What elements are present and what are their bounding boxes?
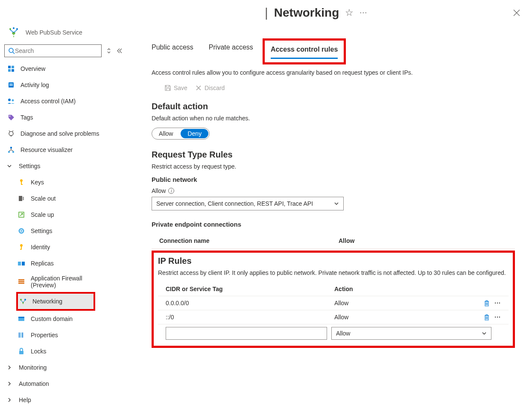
- title-separator: |: [265, 6, 268, 20]
- svg-point-15: [9, 116, 11, 117]
- action-select[interactable]: Allow: [331, 327, 491, 340]
- cidr-value: 0.0.0.0/0: [166, 300, 334, 306]
- sidebar-item-overview[interactable]: Overview: [4, 61, 134, 77]
- resource-visualizer-icon: [7, 146, 15, 153]
- sidebar-item-resource-visualizer[interactable]: Resource visualizer: [4, 142, 134, 158]
- sidebar-item-replicas[interactable]: Replicas: [4, 255, 134, 271]
- tab-access-control-rules[interactable]: Access control rules: [271, 46, 338, 59]
- sidebar-item-locks[interactable]: Locks: [4, 343, 134, 359]
- scale-up-icon: [17, 211, 26, 218]
- col-action: Action: [334, 286, 501, 292]
- keys-icon: [17, 179, 26, 186]
- discard-icon: [195, 85, 202, 91]
- svg-rect-34: [18, 281, 24, 282]
- cidr-input[interactable]: [166, 327, 327, 340]
- svg-rect-18: [8, 151, 10, 153]
- highlight-networking: Networking: [16, 292, 95, 311]
- svg-rect-40: [19, 332, 20, 338]
- sidebar-group-automation[interactable]: Automation: [4, 376, 134, 392]
- discard-button[interactable]: Discard: [195, 85, 225, 91]
- svg-rect-11: [9, 84, 13, 85]
- firewall-icon: [17, 279, 26, 285]
- favorite-star-icon[interactable]: ☆: [345, 7, 354, 18]
- row-more-icon[interactable]: ···: [494, 300, 501, 306]
- toggle-deny[interactable]: Deny: [181, 129, 208, 138]
- svg-point-1: [13, 27, 15, 29]
- allow-select[interactable]: Server connection, Client connection, RE…: [152, 197, 344, 210]
- sidebar-item-diagnose[interactable]: Diagnose and solve problems: [4, 125, 134, 142]
- properties-icon: [17, 332, 26, 338]
- collapse-sidebar-icon[interactable]: [116, 48, 122, 54]
- activity-log-icon: [7, 82, 15, 88]
- svg-rect-32: [22, 262, 25, 265]
- toggle-allow[interactable]: Allow: [152, 128, 180, 139]
- expand-collapse-icon[interactable]: [107, 47, 111, 54]
- svg-rect-31: [18, 262, 21, 265]
- sidebar-item-identity[interactable]: Identity: [4, 239, 134, 255]
- sidebar-item-activity-log[interactable]: Activity log: [4, 77, 134, 93]
- private-endpoint-heading: Private endpoint connections: [152, 221, 515, 228]
- save-button[interactable]: Save: [164, 85, 187, 91]
- sidebar-item-scale-out[interactable]: Scale out: [4, 190, 134, 207]
- delete-icon[interactable]: [483, 314, 490, 321]
- highlight-ip-rules: IP Rules Restrict access by client IP. I…: [152, 251, 515, 348]
- networking-icon: [19, 298, 27, 305]
- main-content: Public access Private access Access cont…: [134, 26, 532, 420]
- ip-rules-desc: Restrict access by client IP. It only ap…: [158, 269, 509, 276]
- tab-private-access[interactable]: Private access: [209, 44, 253, 61]
- svg-rect-33: [18, 279, 24, 280]
- svg-rect-39: [18, 317, 24, 318]
- svg-rect-8: [8, 69, 11, 72]
- allow-label: Allow: [152, 187, 166, 194]
- svg-rect-30: [20, 249, 22, 250]
- sidebar-group-monitoring[interactable]: Monitoring: [4, 359, 134, 376]
- sidebar-item-iam[interactable]: Access control (IAM): [4, 93, 134, 109]
- replicas-icon: [17, 260, 26, 266]
- iam-icon: [7, 98, 15, 105]
- sidebar-item-settings[interactable]: Settings: [4, 223, 134, 239]
- tags-icon: [7, 114, 15, 121]
- svg-rect-35: [18, 283, 24, 284]
- service-name: Web PubSub Service: [26, 29, 82, 36]
- delete-icon[interactable]: [483, 300, 490, 306]
- sidebar-item-keys[interactable]: Keys: [4, 174, 134, 190]
- gear-icon: [17, 228, 26, 234]
- svg-rect-23: [19, 196, 22, 201]
- action-value: Allow: [334, 300, 483, 306]
- sidebar-group-help[interactable]: Help: [4, 392, 134, 408]
- sidebar-brand: Web PubSub Service: [4, 26, 134, 44]
- tab-description: Access control rules allow you to config…: [152, 69, 515, 76]
- sidebar-item-custom-domain[interactable]: Custom domain: [4, 311, 134, 327]
- more-commands-icon[interactable]: ···: [360, 8, 367, 17]
- svg-rect-4: [13, 34, 14, 35]
- chevron-down-icon: [7, 163, 14, 169]
- svg-point-27: [20, 230, 22, 232]
- allow-select-value: Server connection, Client connection, RE…: [156, 200, 313, 207]
- tab-public-access[interactable]: Public access: [152, 44, 193, 61]
- custom-domain-icon: [17, 316, 26, 321]
- scale-out-icon: [17, 195, 26, 202]
- identity-icon: [17, 244, 26, 251]
- svg-rect-43: [19, 351, 23, 354]
- sidebar-item-app-firewall[interactable]: Application Firewall (Preview): [4, 271, 134, 292]
- svg-rect-24: [23, 197, 24, 200]
- sidebar-item-tags[interactable]: Tags: [4, 109, 134, 125]
- sidebar-group-settings[interactable]: Settings: [4, 158, 134, 174]
- col-cidr: CIDR or Service Tag: [166, 286, 334, 292]
- sidebar-search[interactable]: [4, 44, 102, 57]
- sidebar-item-properties[interactable]: Properties: [4, 327, 134, 343]
- ip-rule-row: ::/0 Allow ···: [158, 310, 509, 324]
- row-more-icon[interactable]: ···: [494, 314, 501, 321]
- svg-rect-22: [21, 184, 23, 185]
- close-icon[interactable]: [510, 6, 523, 20]
- ip-new-rule-row: Allow: [158, 324, 509, 340]
- sidebar-item-networking[interactable]: Networking: [18, 294, 94, 309]
- sidebar-item-scale-up[interactable]: Scale up: [4, 207, 134, 223]
- ip-rules-heading: IP Rules: [158, 256, 509, 266]
- search-input[interactable]: [15, 47, 98, 54]
- chevron-down-icon: [334, 201, 339, 206]
- info-icon[interactable]: i: [168, 188, 174, 194]
- svg-point-0: [9, 28, 11, 30]
- sidebar: Web PubSub Service Overview: [0, 26, 134, 420]
- svg-point-13: [8, 99, 11, 101]
